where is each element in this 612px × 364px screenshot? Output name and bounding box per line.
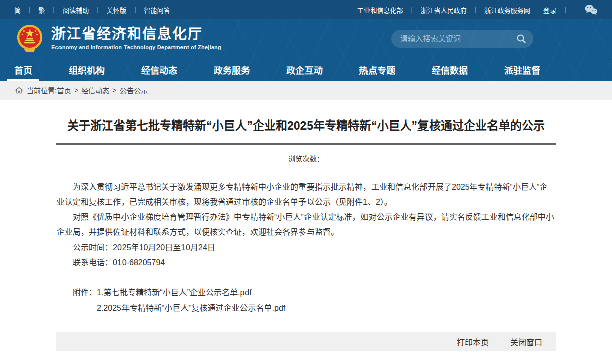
nav-item[interactable]: 经信动态	[141, 58, 177, 81]
topbar-link[interactable]: 简 |	[14, 5, 38, 15]
search-box	[391, 30, 533, 48]
site-brand[interactable]: 浙江省经济和信息化厅 Economy and Information Techn…	[14, 23, 221, 54]
site-subtitle: Economy and Information Technology Depar…	[51, 44, 221, 50]
separator: >	[112, 86, 116, 94]
wechat-icon[interactable]	[584, 4, 598, 15]
login-link[interactable]: 登录	[543, 5, 557, 15]
separator: |	[29, 6, 30, 13]
gov-links: 工业和信息化部 | 浙江省人民政府 | 浙江政务服务网	[357, 5, 530, 15]
breadcrumb-trail: 首页 > 经信动态 > 公告公示	[57, 85, 148, 95]
topbar-left-links: 简 | 繁 | 阅读辅助 | 关怀版 | 智能问答	[14, 5, 170, 15]
separator: |	[53, 6, 54, 13]
nav-list: 首页 组织机构 经信动态 政务服务 政企互动 热点	[14, 58, 577, 81]
separator: >	[74, 86, 78, 94]
attachment-link[interactable]: 1.第七批专精特新“小巨人”企业公示名单.pdf	[97, 288, 252, 297]
search-icon[interactable]	[516, 34, 526, 44]
article-container: 关于浙江省第七批专精特新“小巨人”企业和2025年专精特新“小巨人”复核通过企业…	[56, 116, 556, 351]
separator: |	[97, 6, 98, 13]
print-page-button[interactable]: 打印本页	[457, 336, 489, 348]
title-divider	[56, 143, 556, 145]
breadcrumb-link[interactable]: 公告公示	[119, 85, 148, 95]
contact-phone: 联系电话：010-68205794	[56, 255, 556, 270]
gov-site-link[interactable]: 浙江省人民政府 |	[421, 5, 484, 15]
gov-site-link[interactable]: 工业和信息化部 |	[357, 5, 421, 15]
topbar-link[interactable]: 繁 |	[38, 5, 63, 15]
breadcrumb-prefix: 当前位置:	[27, 85, 57, 95]
nav-item[interactable]: 政企互动	[286, 58, 323, 81]
attachments-label: 附件：	[73, 288, 97, 297]
breadcrumb-link[interactable]: 经信动态	[81, 85, 109, 95]
separator: |	[565, 6, 566, 13]
gov-site-link[interactable]: 浙江政务服务网	[484, 5, 530, 15]
breadcrumb: 当前位置: 首页 > 经信动态 > 公告公示	[0, 81, 612, 100]
views-count: 浏览次数：	[56, 153, 556, 163]
topbar-right-links: 工业和信息化部 | 浙江省人民政府 | 浙江政务服务网 登录 |	[357, 4, 598, 15]
separator: |	[134, 6, 136, 13]
site-header: 浙江省经济和信息化厅 Economy and Information Techn…	[0, 19, 612, 81]
search-input[interactable]	[400, 34, 516, 43]
nav-item[interactable]: 政务服务	[214, 58, 250, 81]
attachment-link[interactable]: 2.2025年专精特新“小巨人”复核通过企业公示名单.pdf	[97, 304, 285, 312]
separator: |	[411, 6, 413, 13]
close-window-button[interactable]: 关闭窗口	[510, 336, 542, 348]
nav-item[interactable]: 派驻监督	[504, 58, 540, 81]
site-title: 浙江省经济和信息化厅	[51, 27, 221, 42]
national-emblem-icon	[14, 23, 45, 54]
nav-item[interactable]: 热点专题	[359, 58, 395, 81]
article-title: 关于浙江省第七批专精特新“小巨人”企业和2025年专精特新“小巨人”复核通过企业…	[56, 116, 556, 135]
home-icon	[15, 87, 23, 94]
nav-item[interactable]: 组织机构	[69, 58, 105, 81]
attachments: 附件：1.第七批专精特新“小巨人”企业公示名单.pdf 2.2025年专精特新“…	[56, 285, 556, 316]
page-actions: 打印本页 关闭窗口	[56, 332, 556, 351]
article-paragraph: 对照《优质中小企业梯度培育管理暂行办法》中专精特新“小巨人”企业认定标准，如对公…	[56, 210, 556, 240]
topbar-link[interactable]: 阅读辅助 |	[63, 5, 106, 15]
breadcrumb-link[interactable]: 首页	[57, 85, 71, 95]
nav-item[interactable]: 经信数据	[432, 58, 468, 81]
topbar-link[interactable]: 关怀版 |	[106, 5, 144, 15]
main-nav: 首页 组织机构 经信动态 政务服务 政企互动 热点	[0, 58, 612, 81]
publicity-time: 公示时间：2025年10月20日至10月24日	[56, 240, 556, 255]
article-body: 为深入贯彻习近平总书记关于激发涌现更多专精特新中小企业的重要指示批示精神，工业和…	[56, 179, 556, 240]
article-paragraph: 为深入贯彻习近平总书记关于激发涌现更多专精特新中小企业的重要指示批示精神，工业和…	[56, 179, 556, 210]
nav-item[interactable]: 首页	[14, 58, 32, 81]
separator: |	[475, 6, 476, 13]
topbar: 简 | 繁 | 阅读辅助 | 关怀版 | 智能问答	[0, 0, 612, 19]
topbar-link[interactable]: 智能问答	[144, 5, 170, 15]
